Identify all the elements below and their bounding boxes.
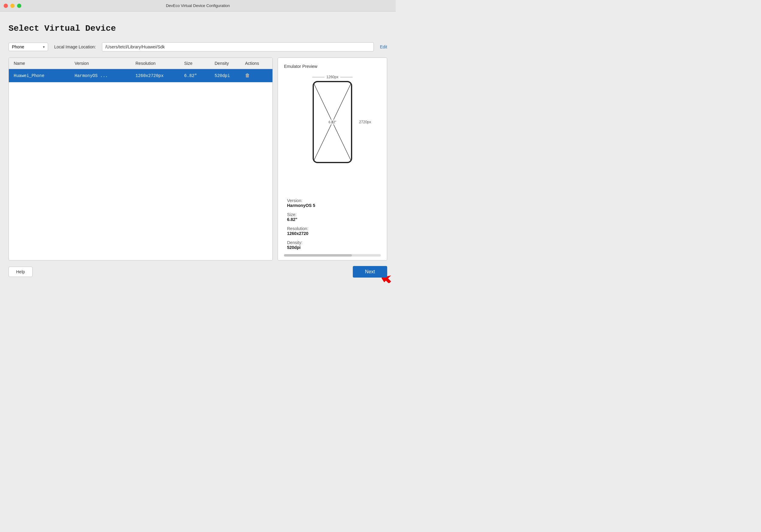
top-controls: Phone ▼ Local Image Location: /Users/tet… xyxy=(9,42,387,51)
spec-size-label: Size: xyxy=(287,212,381,217)
next-button[interactable]: Next xyxy=(353,266,387,277)
body-area: Name Version Resolution Size Density Act… xyxy=(9,58,387,261)
spec-version: Version: HarmonyOS 5 xyxy=(287,198,381,208)
col-header-actions: Actions xyxy=(240,61,272,66)
delete-icon[interactable]: 🗑 xyxy=(245,73,250,79)
specs-area: Version: HarmonyOS 5 Size: 6.82" Resolut… xyxy=(284,198,381,254)
page-title: Select Virtual Device xyxy=(9,24,387,33)
next-wrapper: Next xyxy=(353,266,387,277)
device-type-selector[interactable]: Phone ▼ xyxy=(9,43,48,51)
preview-title: Emulator Preview xyxy=(284,64,381,69)
width-label: 1260px xyxy=(326,75,338,79)
location-label: Local Image Location: xyxy=(54,44,96,49)
spec-size: Size: 6.82" xyxy=(287,212,381,222)
minimize-button[interactable] xyxy=(10,4,15,8)
col-header-density: Density xyxy=(210,61,240,66)
spec-density-label: Density: xyxy=(287,240,381,245)
spec-size-value: 6.82" xyxy=(287,217,381,222)
spec-resolution-label: Resolution: xyxy=(287,226,381,231)
cell-size: 6.82" xyxy=(179,70,210,82)
edit-link[interactable]: Edit xyxy=(380,44,387,49)
device-table: Name Version Resolution Size Density Act… xyxy=(9,58,273,261)
col-header-resolution: Resolution xyxy=(131,61,179,66)
spec-density-value: 520dpi xyxy=(287,245,381,250)
table-header: Name Version Resolution Size Density Act… xyxy=(9,58,272,69)
cell-resolution: 1260x2720px xyxy=(131,70,179,82)
title-bar: DevEco Virtual Device Configuration xyxy=(0,0,396,12)
window-controls[interactable] xyxy=(4,4,21,8)
phone-container: 6.82" 2720px xyxy=(313,81,352,163)
window-title: DevEco Virtual Device Configuration xyxy=(166,3,230,8)
bottom-bar: Help Next xyxy=(9,261,387,283)
location-path: /Users/tetcl/Library/Huawei/Sdk xyxy=(102,42,374,51)
size-center-label: 6.82" xyxy=(327,120,337,125)
height-label: 2720px xyxy=(359,120,371,124)
spec-version-value: HarmonyOS 5 xyxy=(287,203,381,208)
device-type-select[interactable]: Phone xyxy=(12,44,45,49)
main-content: Select Virtual Device Phone ▼ Local Imag… xyxy=(0,12,396,283)
maximize-button[interactable] xyxy=(17,4,21,8)
preview-panel: Emulator Preview 1260px 6.82" xyxy=(278,58,387,261)
spec-version-label: Version: xyxy=(287,198,381,203)
close-button[interactable] xyxy=(4,4,8,8)
cell-version: HarmonyOS ... xyxy=(70,70,131,82)
table-body: Huawei_Phone HarmonyOS ... 1260x2720px 6… xyxy=(9,69,272,260)
col-header-version: Version xyxy=(70,61,131,66)
table-row[interactable]: Huawei_Phone HarmonyOS ... 1260x2720px 6… xyxy=(9,69,272,83)
col-header-size: Size xyxy=(179,61,210,66)
phone-preview-area: 1260px 6.82" 2720px xyxy=(284,75,381,189)
cell-density: 520dpi xyxy=(210,70,240,82)
spec-resolution: Resolution: 1260x2720 xyxy=(287,226,381,236)
help-button[interactable]: Help xyxy=(9,266,32,277)
preview-scrollbar-thumb xyxy=(284,254,352,257)
preview-scrollbar[interactable] xyxy=(284,254,381,257)
phone-frame: 6.82" xyxy=(313,81,352,163)
spec-resolution-value: 1260x2720 xyxy=(287,231,381,236)
spec-density: Density: 520dpi xyxy=(287,240,381,250)
col-header-name: Name xyxy=(9,61,70,66)
cell-name: Huawei_Phone xyxy=(9,70,70,82)
cell-actions: 🗑 xyxy=(240,69,272,82)
